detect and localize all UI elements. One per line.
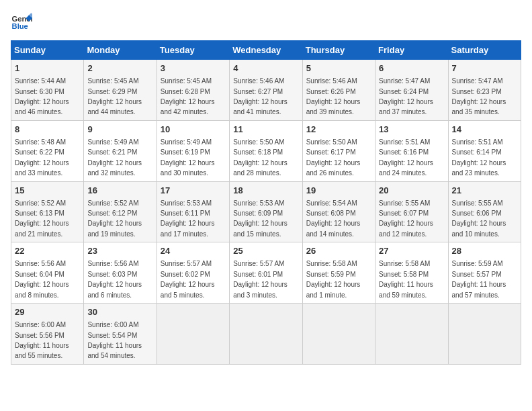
calendar-day-cell: [230, 304, 302, 365]
daylight-info: Daylight: 12 hours and 1 minute.: [306, 281, 361, 298]
sunrise-info: Sunrise: 5:51 AM: [452, 138, 503, 146]
sunrise-info: Sunrise: 6:00 AM: [87, 321, 138, 328]
calendar-day-cell: 26 Sunrise: 5:58 AM Sunset: 5:59 PM Dayl…: [302, 242, 375, 304]
logo-icon: General Blue: [11, 11, 32, 32]
calendar-day-cell: 22 Sunrise: 5:56 AM Sunset: 6:04 PM Dayl…: [11, 242, 84, 304]
calendar-day-cell: 23 Sunrise: 5:56 AM Sunset: 6:03 PM Dayl…: [84, 242, 157, 304]
day-number: 14: [452, 124, 517, 136]
daylight-info: Daylight: 12 hours and 10 minutes.: [452, 220, 506, 237]
sunset-info: Sunset: 6:07 PM: [379, 210, 429, 217]
sunset-info: Sunset: 6:16 PM: [379, 148, 429, 156]
sunrise-info: Sunrise: 5:48 AM: [15, 138, 66, 146]
day-number: 1: [15, 62, 80, 75]
sunrise-info: Sunrise: 5:51 AM: [379, 138, 430, 146]
daylight-info: Daylight: 12 hours and 30 minutes.: [161, 159, 215, 177]
calendar-week-row: 15 Sunrise: 5:52 AM Sunset: 6:13 PM Dayl…: [11, 181, 521, 242]
day-number: 28: [452, 245, 517, 257]
day-number: 25: [233, 245, 298, 257]
daylight-info: Daylight: 12 hours and 39 minutes.: [306, 98, 361, 116]
day-number: 3: [161, 62, 226, 75]
calendar-day-cell: 25 Sunrise: 5:57 AM Sunset: 6:01 PM Dayl…: [230, 242, 302, 304]
sunrise-info: Sunrise: 5:53 AM: [161, 199, 212, 207]
sunrise-info: Sunrise: 5:52 AM: [15, 199, 66, 207]
sunrise-info: Sunrise: 5:53 AM: [233, 199, 284, 207]
calendar-day-cell: 21 Sunrise: 5:55 AM Sunset: 6:06 PM Dayl…: [448, 181, 521, 242]
sunset-info: Sunset: 6:19 PM: [161, 148, 210, 156]
sunset-info: Sunset: 6:27 PM: [233, 88, 283, 95]
sunset-info: Sunset: 6:06 PM: [452, 210, 502, 217]
daylight-info: Daylight: 12 hours and 5 minutes.: [161, 281, 215, 298]
sunset-info: Sunset: 6:24 PM: [379, 88, 429, 95]
day-number: 4: [233, 62, 298, 75]
sunset-info: Sunset: 6:14 PM: [452, 148, 502, 156]
daylight-info: Daylight: 11 hours and 55 minutes.: [15, 342, 69, 359]
sunset-info: Sunset: 6:28 PM: [161, 88, 210, 95]
daylight-info: Daylight: 12 hours and 3 minutes.: [233, 281, 287, 298]
day-number: 9: [87, 124, 152, 136]
daylight-info: Daylight: 12 hours and 35 minutes.: [452, 98, 506, 116]
sunrise-info: Sunrise: 5:59 AM: [452, 260, 503, 267]
day-number: 29: [15, 306, 80, 318]
sunrise-info: Sunrise: 6:00 AM: [15, 321, 66, 328]
calendar-day-cell: 18 Sunrise: 5:53 AM Sunset: 6:09 PM Dayl…: [230, 181, 302, 242]
sunset-info: Sunset: 6:02 PM: [161, 271, 210, 278]
calendar-day-cell: 20 Sunrise: 5:55 AM Sunset: 6:07 PM Dayl…: [375, 181, 448, 242]
sunset-info: Sunset: 5:57 PM: [452, 271, 502, 278]
sunset-info: Sunset: 6:13 PM: [15, 210, 64, 217]
sunrise-info: Sunrise: 5:47 AM: [452, 77, 503, 85]
sunset-info: Sunset: 5:58 PM: [379, 271, 429, 278]
sunrise-info: Sunrise: 5:50 AM: [233, 138, 284, 146]
sunset-info: Sunset: 6:18 PM: [233, 148, 283, 156]
sunrise-info: Sunrise: 5:56 AM: [15, 260, 66, 267]
daylight-info: Daylight: 12 hours and 37 minutes.: [379, 98, 433, 116]
daylight-info: Daylight: 12 hours and 14 minutes.: [306, 220, 361, 237]
sunrise-info: Sunrise: 5:45 AM: [87, 77, 138, 85]
day-number: 6: [379, 62, 444, 75]
calendar-day-cell: 12 Sunrise: 5:50 AM Sunset: 6:17 PM Dayl…: [302, 120, 375, 181]
column-header-tuesday: Tuesday: [157, 41, 229, 60]
daylight-info: Daylight: 12 hours and 44 minutes.: [87, 98, 142, 116]
calendar-day-cell: 6 Sunrise: 5:47 AM Sunset: 6:24 PM Dayli…: [375, 60, 448, 121]
day-number: 20: [379, 185, 444, 197]
sunset-info: Sunset: 6:29 PM: [87, 88, 137, 95]
calendar-day-cell: 10 Sunrise: 5:49 AM Sunset: 6:19 PM Dayl…: [157, 120, 229, 181]
daylight-info: Daylight: 12 hours and 33 minutes.: [15, 159, 69, 177]
calendar-day-cell: 8 Sunrise: 5:48 AM Sunset: 6:22 PM Dayli…: [11, 120, 84, 181]
sunrise-info: Sunrise: 5:50 AM: [306, 138, 357, 146]
sunset-info: Sunset: 6:04 PM: [15, 271, 64, 278]
logo: General Blue: [11, 11, 32, 32]
daylight-info: Daylight: 12 hours and 42 minutes.: [161, 98, 215, 116]
calendar-table: SundayMondayTuesdayWednesdayThursdayFrid…: [11, 40, 521, 365]
day-number: 21: [452, 185, 517, 197]
daylight-info: Daylight: 11 hours and 54 minutes.: [87, 342, 142, 359]
sunset-info: Sunset: 5:59 PM: [306, 271, 356, 278]
sunset-info: Sunset: 6:11 PM: [161, 210, 210, 217]
daylight-info: Daylight: 12 hours and 24 minutes.: [379, 159, 433, 177]
day-number: 10: [161, 124, 226, 136]
calendar-day-cell: 13 Sunrise: 5:51 AM Sunset: 6:16 PM Dayl…: [375, 120, 448, 181]
daylight-info: Daylight: 12 hours and 12 minutes.: [379, 220, 433, 237]
sunrise-info: Sunrise: 5:52 AM: [87, 199, 138, 207]
calendar-day-cell: 24 Sunrise: 5:57 AM Sunset: 6:02 PM Dayl…: [157, 242, 229, 304]
sunrise-info: Sunrise: 5:46 AM: [233, 77, 284, 85]
calendar-day-cell: 14 Sunrise: 5:51 AM Sunset: 6:14 PM Dayl…: [448, 120, 521, 181]
svg-text:Blue: Blue: [12, 22, 28, 30]
calendar-day-cell: 15 Sunrise: 5:52 AM Sunset: 6:13 PM Dayl…: [11, 181, 84, 242]
sunrise-info: Sunrise: 5:55 AM: [379, 199, 430, 207]
sunset-info: Sunset: 6:30 PM: [15, 88, 64, 95]
column-header-sunday: Sunday: [11, 41, 84, 60]
sunset-info: Sunset: 6:17 PM: [306, 148, 356, 156]
calendar-day-cell: 11 Sunrise: 5:50 AM Sunset: 6:18 PM Dayl…: [230, 120, 302, 181]
column-header-friday: Friday: [375, 41, 448, 60]
sunrise-info: Sunrise: 5:58 AM: [306, 260, 357, 267]
daylight-info: Daylight: 11 hours and 57 minutes.: [452, 281, 506, 298]
sunset-info: Sunset: 6:26 PM: [306, 88, 356, 95]
sunset-info: Sunset: 6:23 PM: [452, 88, 502, 95]
daylight-info: Daylight: 12 hours and 17 minutes.: [161, 220, 215, 237]
sunset-info: Sunset: 6:08 PM: [306, 210, 356, 217]
sunrise-info: Sunrise: 5:47 AM: [379, 77, 430, 85]
day-number: 19: [306, 185, 371, 197]
calendar-header-row: SundayMondayTuesdayWednesdayThursdayFrid…: [11, 41, 521, 60]
calendar-day-cell: 3 Sunrise: 5:45 AM Sunset: 6:28 PM Dayli…: [157, 60, 229, 121]
calendar-week-row: 1 Sunrise: 5:44 AM Sunset: 6:30 PM Dayli…: [11, 60, 521, 121]
